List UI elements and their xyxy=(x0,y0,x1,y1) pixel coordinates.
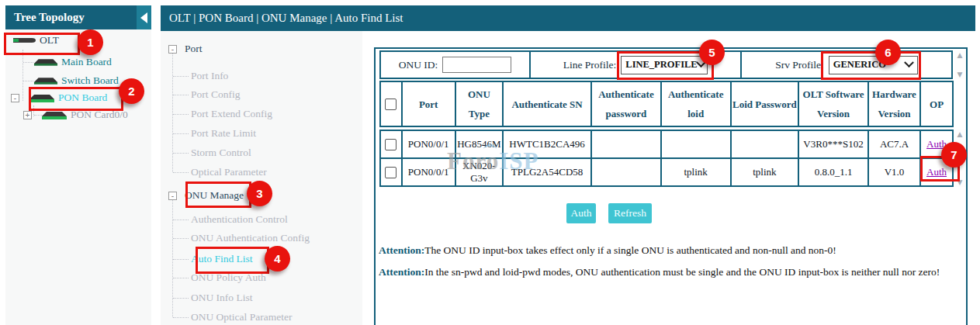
collapse-expander-icon[interactable]: - xyxy=(168,192,177,200)
nav-item-optical-parameter[interactable]: Optical Parameter xyxy=(173,165,267,179)
tree-connector xyxy=(173,220,189,220)
tree-connector xyxy=(173,317,189,318)
cell-loid-password: tplink xyxy=(731,158,799,186)
annotation-box-2 xyxy=(29,87,123,111)
line-profile-label: Line Profile: xyxy=(563,59,617,71)
col-header-olt-software-version: OLT Software Version xyxy=(798,81,868,126)
nav-item-port-config[interactable]: Port Config xyxy=(173,88,240,102)
annotation-badge-4: 4 xyxy=(265,246,290,271)
annotation-badge-7: 7 xyxy=(941,142,967,168)
annotation-badge-2: 2 xyxy=(119,78,144,104)
onu-id-input[interactable] xyxy=(442,57,511,73)
annotation-box-1 xyxy=(4,33,80,55)
sidebar-item-label: Switch Board xyxy=(61,74,119,87)
filter-row-scrollbar[interactable]: ▲ ▼ xyxy=(954,50,965,79)
tree-connector xyxy=(173,298,189,299)
annotation-badge-5: 5 xyxy=(699,40,725,65)
board-device-icon xyxy=(33,57,58,67)
tree-connector xyxy=(173,172,189,173)
col-header-op: OP xyxy=(920,81,953,126)
srv-profile-label: Srv Profile: xyxy=(775,59,824,71)
attention-text: The ONU ID input-box takes effect only i… xyxy=(424,244,836,256)
cell-olt-software: 0.8.0_1.1 xyxy=(798,158,868,186)
nav-item-onu-info-list[interactable]: ONU Info List xyxy=(173,291,253,305)
annotation-box-3 xyxy=(185,182,251,208)
page-header: OLT | PON Board | ONU Manage | Auto Find… xyxy=(161,5,975,31)
cell-auth-password xyxy=(591,130,661,158)
sidebar-item-label: Main Board xyxy=(61,56,112,68)
nav-item-label: Port Info xyxy=(191,70,228,82)
nav-item-label: ONU Info List xyxy=(191,292,253,304)
tree-connector xyxy=(173,238,189,239)
tree-connector xyxy=(173,76,189,77)
annotation-badge-3: 3 xyxy=(247,181,272,206)
col-header-hardware-version: Hardware Version xyxy=(868,81,920,126)
attention-label: Attention: xyxy=(379,266,424,278)
auth-button[interactable]: Auth xyxy=(566,203,596,223)
expand-expander-icon[interactable]: + xyxy=(23,111,32,119)
annotation-badge-6: 6 xyxy=(875,40,901,65)
nav-item-port[interactable]: - Port xyxy=(168,42,203,56)
col-header-auth-password: Authenticate password xyxy=(591,81,661,126)
tree-connector xyxy=(173,259,189,260)
nav-item-label: Port Config xyxy=(191,88,240,101)
cell-auth-loid xyxy=(661,130,731,158)
auto-find-form-box: ONU ID: Line Profile: LINE_PROFILE Srv P… xyxy=(374,47,968,325)
nav-item-storm-control[interactable]: Storm Control xyxy=(173,146,251,160)
tree-topology-header: Tree Topology xyxy=(5,5,151,29)
tree-connector xyxy=(173,133,189,134)
col-header-auth-sn: Authenticate SN xyxy=(503,81,591,126)
col-header-port: Port xyxy=(402,81,455,126)
breadcrumb: OLT | PON Board | ONU Manage | Auto Find… xyxy=(169,5,403,31)
scroll-down-icon[interactable]: ▼ xyxy=(954,71,965,78)
onu-table-header: Port ONU Type Authenticate SN Authentica… xyxy=(379,81,954,127)
col-header-auth-loid: Authenticate loid xyxy=(661,81,731,126)
annotation-box-6 xyxy=(821,51,921,80)
collapse-expander-icon[interactable]: - xyxy=(11,94,19,102)
cell-auth-loid: tplink xyxy=(661,158,731,186)
annotation-badge-1: 1 xyxy=(78,29,103,55)
nav-item-onu-authentication-config[interactable]: ONU Authentication Config xyxy=(173,231,310,245)
nav-item-label: Optical Parameter xyxy=(191,166,267,178)
nav-item-port-extend-config[interactable]: Port Extend Config xyxy=(173,107,272,121)
onu-id-label: ONU ID: xyxy=(399,59,438,71)
nav-item-label: Port Extend Config xyxy=(191,108,272,120)
tree-connector xyxy=(173,95,189,95)
nav-item-authentication-control[interactable]: Authentication Control xyxy=(173,213,288,226)
forum-watermark: ForoISP xyxy=(447,147,538,175)
board-device-icon xyxy=(33,75,58,86)
col-header-onu-type: ONU Type xyxy=(455,81,503,126)
cell-olt-software: V3R0***S102 xyxy=(798,130,868,158)
row-checkbox[interactable] xyxy=(385,167,397,178)
watermark-arc xyxy=(483,144,497,154)
nav-item-label: Port xyxy=(185,43,203,55)
nav-item-port-rate-limit[interactable]: Port Rate Limit xyxy=(173,126,256,140)
sidebar-item-switch-board[interactable]: Switch Board xyxy=(31,74,119,88)
nav-item-label: ONU Optical Parameter xyxy=(191,311,292,323)
tree-connector xyxy=(173,114,189,115)
attention-note: Attention:The ONU ID input-box takes eff… xyxy=(379,244,836,257)
scroll-up-icon[interactable]: ▲ xyxy=(954,130,965,138)
tree-connector xyxy=(173,153,189,154)
cell-hardware: V1.0 xyxy=(868,158,920,186)
scroll-up-icon[interactable]: ▲ xyxy=(954,51,965,59)
annotation-box-4 xyxy=(196,247,269,274)
select-all-checkbox[interactable] xyxy=(385,99,397,110)
watermark-text: ISP xyxy=(499,147,538,175)
nav-tree-panel: - Port Port Info Port Config Port Extend… xyxy=(161,31,362,325)
tree-topology-title: Tree Topology xyxy=(14,5,85,29)
cell-loid-password xyxy=(731,130,799,158)
nav-item-port-info[interactable]: Port Info xyxy=(173,69,228,83)
collapse-expander-icon[interactable]: - xyxy=(168,45,177,54)
col-header-loid-password: Loid Password xyxy=(731,81,799,126)
left-triangle-icon xyxy=(140,12,147,23)
tree-connector xyxy=(173,278,189,278)
collapse-sidebar-button[interactable] xyxy=(137,5,151,29)
nav-item-onu-optical-parameter[interactable]: ONU Optical Parameter xyxy=(173,310,292,324)
nav-item-label: Authentication Control xyxy=(191,213,288,226)
sidebar-item-main-board[interactable]: Main Board xyxy=(31,55,112,69)
refresh-button[interactable]: Refresh xyxy=(608,203,652,223)
attention-text: In the sn-pwd and loid-pwd modes, ONU au… xyxy=(424,266,940,278)
cell-auth-password xyxy=(591,158,661,186)
row-checkbox[interactable] xyxy=(385,139,397,150)
